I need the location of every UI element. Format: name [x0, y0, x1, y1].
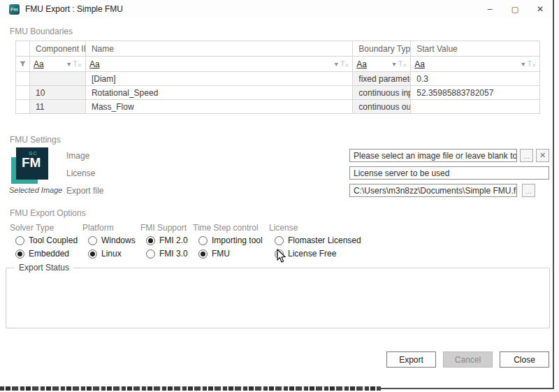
license-label: License [66, 168, 95, 178]
license-group-label: License [269, 223, 298, 233]
chevron-down-icon[interactable]: ▾ [393, 60, 398, 68]
table-row: 10 Rotational_Speed continuous input 52.… [16, 86, 540, 100]
radio-icon[interactable] [146, 249, 155, 259]
radio-icon[interactable] [15, 236, 24, 245]
clear-filter-icon[interactable]: T✕ [527, 59, 536, 68]
header-boundary-type[interactable]: Boundary Type [353, 41, 411, 56]
license-server-input[interactable]: License server to be used [349, 166, 549, 180]
header-name[interactable]: Name [86, 41, 353, 56]
match-case-toggle[interactable]: Aa [414, 59, 425, 69]
chevron-down-icon[interactable]: ▾ [521, 60, 527, 68]
platform-label: Platform [82, 223, 114, 233]
table-row: 11 Mass_Flow continuous output [16, 100, 540, 114]
selected-image-caption: Selected Image [9, 186, 62, 194]
header-row-indicator [16, 41, 30, 56]
match-case-toggle[interactable]: Aa [356, 59, 367, 69]
radio-icon[interactable] [88, 236, 97, 245]
fmi-support-label: FMI Support [140, 223, 187, 233]
cell-name[interactable]: Mass_Flow [86, 100, 353, 113]
filter-funnel-cell [16, 57, 30, 71]
cell-boundary-type[interactable]: continuous output [353, 100, 411, 113]
cell-component-id[interactable]: 11 [30, 100, 86, 113]
table-row: [Diam] fixed parameter 0.3 [16, 72, 540, 86]
clear-image-button[interactable]: ✕ [536, 149, 549, 162]
cancel-button: Cancel [443, 351, 493, 368]
match-case-toggle[interactable]: Aa [89, 59, 100, 69]
cell-component-id[interactable]: 10 [30, 86, 86, 99]
clear-filter-icon[interactable]: T✕ [398, 59, 407, 68]
radio-linux[interactable]: Linux [88, 249, 122, 259]
title-bar[interactable]: Fm FMU Export : Simple FMU – ▢ ✕ [0, 0, 553, 18]
chevron-down-icon[interactable]: ▾ [335, 60, 340, 68]
radio-icon[interactable] [146, 236, 155, 245]
mouse-cursor [277, 249, 288, 264]
image-file-input[interactable]: Please select an image file or leave bla… [349, 149, 517, 162]
boundaries-table: Component ID Name Boundary Type Start Va… [15, 41, 540, 114]
browse-image-button[interactable]: ... [520, 149, 533, 162]
row-indicator[interactable] [16, 72, 30, 85]
filter-boundary-type: Aa ▾ T✕ [353, 57, 411, 71]
cell-boundary-type[interactable]: fixed parameter [353, 72, 411, 85]
funnel-icon [20, 60, 26, 68]
header-start-value[interactable]: Start Value [411, 41, 540, 56]
radio-icon[interactable] [275, 236, 284, 245]
radio-icon[interactable] [15, 249, 24, 259]
radio-fmi-30[interactable]: FMI 3.0 [146, 249, 188, 259]
fmu-export-options-label: FMU Export Options [10, 208, 86, 218]
radio-flomaster-licensed[interactable]: Flomaster Licensed [275, 235, 361, 245]
radio-windows[interactable]: Windows [88, 235, 136, 245]
minimize-button[interactable]: – [477, 0, 502, 18]
table-header-row: Component ID Name Boundary Type Start Va… [16, 41, 540, 57]
filter-component-id: Aa ▾ T✕ [30, 57, 86, 71]
time-step-control-label: Time Step control [193, 223, 259, 233]
table-filter-row: Aa ▾ T✕ Aa ▾ T✕ Aa ▾ T✕ Aa ▾ T✕ [16, 57, 540, 72]
radio-embedded[interactable]: Embedded [15, 249, 69, 259]
fmu-export-dialog: Fm FMU Export : Simple FMU – ▢ ✕ FMU Bou… [0, 0, 554, 389]
chevron-down-icon[interactable]: ▾ [67, 60, 73, 68]
header-component-id[interactable]: Component ID [30, 41, 86, 56]
cell-boundary-type[interactable]: continuous input [353, 86, 411, 99]
logo-dark-square: SC FM [16, 147, 48, 180]
filter-start-value: Aa ▾ T✕ [411, 57, 540, 71]
cell-start-value[interactable]: 0.3 [411, 72, 540, 85]
flomaster-logo: SC FM [11, 147, 49, 184]
cell-start-value[interactable]: 52.35985883782057 [411, 86, 540, 99]
solver-type-label: Solver Type [10, 223, 54, 233]
browse-export-file-button[interactable]: ... [522, 184, 535, 197]
match-case-toggle[interactable]: Aa [34, 59, 44, 69]
export-status-box: Export Status [6, 268, 550, 328]
export-button[interactable]: Export [386, 351, 436, 368]
radio-importing-tool[interactable]: Importing tool [198, 235, 263, 245]
export-file-input[interactable]: C:\Users\m3n8zz\Documents\Simple FMU.fmu [349, 184, 517, 197]
window-controls: – ▢ ✕ [477, 0, 553, 18]
export-status-label: Export Status [15, 263, 73, 273]
clear-filter-icon[interactable]: T✕ [73, 59, 82, 68]
export-file-label: Export file [66, 186, 103, 196]
app-icon: Fm [9, 4, 20, 15]
radio-icon[interactable] [198, 249, 208, 259]
fmu-settings-label: FMU Settings [10, 135, 61, 145]
close-dialog-button[interactable]: Close [500, 351, 549, 368]
radio-fmu[interactable]: FMU [198, 249, 230, 259]
cell-component-id[interactable] [30, 72, 86, 85]
row-indicator[interactable] [16, 86, 30, 99]
radio-tool-coupled[interactable]: Tool Coupled [15, 235, 78, 245]
filter-name: Aa ▾ T✕ [86, 57, 353, 71]
cell-name[interactable]: Rotational_Speed [86, 86, 353, 99]
image-label: Image [66, 151, 89, 161]
cell-name[interactable]: [Diam] [86, 72, 353, 85]
close-button[interactable]: ✕ [528, 0, 553, 18]
row-indicator[interactable] [16, 100, 30, 113]
background-window-sliver [0, 386, 381, 391]
radio-icon[interactable] [88, 249, 97, 259]
radio-icon[interactable] [198, 236, 208, 245]
fmu-boundaries-label: FMU Boundaries [10, 27, 73, 36]
screenshot-stage: Fm FMU Export : Simple FMU – ▢ ✕ FMU Bou… [0, 0, 559, 392]
clear-filter-icon[interactable]: T✕ [340, 59, 349, 68]
window-title: FMU Export : Simple FMU [25, 4, 123, 14]
maximize-button[interactable]: ▢ [502, 0, 528, 18]
cell-start-value[interactable] [411, 100, 540, 113]
radio-fmi-20[interactable]: FMI 2.0 [146, 235, 188, 245]
